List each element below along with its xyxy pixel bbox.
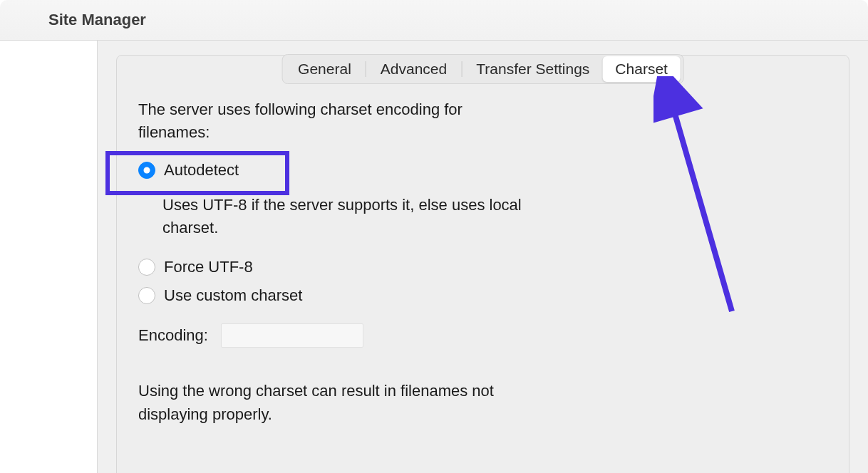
window-titlebar: Site Manager: [0, 0, 868, 41]
radio-row-autodetect[interactable]: Autodetect: [138, 157, 827, 184]
tab-general[interactable]: General: [285, 56, 364, 82]
tab-bar: General Advanced Transfer Settings Chars…: [281, 54, 684, 84]
tab-separator: [366, 61, 366, 77]
tab-charset[interactable]: Charset: [602, 56, 681, 82]
encoding-row: Encoding:: [138, 323, 827, 348]
radio-force-utf8[interactable]: [138, 259, 155, 276]
workspace: General Advanced Transfer Settings Chars…: [0, 41, 868, 473]
tab-advanced[interactable]: Advanced: [368, 56, 460, 82]
encoding-input[interactable]: [221, 323, 363, 348]
radio-row-custom-charset[interactable]: Use custom charset: [138, 286, 827, 305]
window-title: Site Manager: [48, 11, 146, 29]
radio-label-force-utf8: Force UTF-8: [164, 258, 253, 276]
charset-warning-text: Using the wrong charset can result in fi…: [138, 379, 537, 426]
radio-label-autodetect: Autodetect: [164, 161, 239, 180]
sidebar: [0, 41, 98, 473]
encoding-label: Encoding:: [138, 326, 208, 345]
radio-label-custom-charset: Use custom charset: [164, 286, 302, 305]
radio-row-force-utf8[interactable]: Force UTF-8: [138, 258, 827, 276]
tab-transfer-settings[interactable]: Transfer Settings: [463, 56, 602, 82]
settings-panel: General Advanced Transfer Settings Chars…: [116, 55, 849, 473]
main-area: General Advanced Transfer Settings Chars…: [98, 41, 868, 473]
autodetect-description: Uses UTF-8 if the server supports it, el…: [162, 194, 562, 239]
radio-autodetect[interactable]: [138, 162, 155, 179]
charset-intro-text: The server uses following charset encodi…: [138, 98, 537, 144]
tab-separator: [461, 61, 462, 77]
radio-custom-charset[interactable]: [138, 287, 155, 304]
